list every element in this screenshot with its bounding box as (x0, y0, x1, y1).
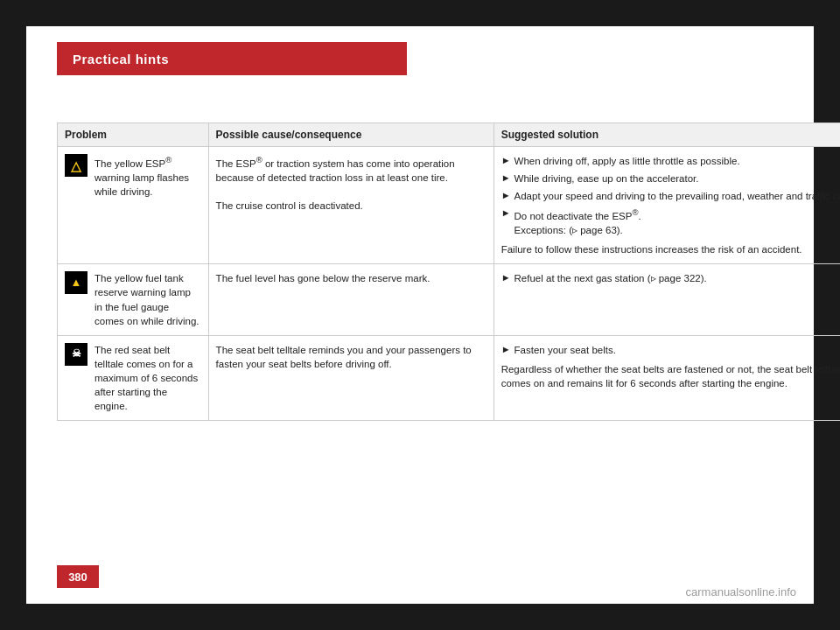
problem-cell: ☠ The red seat belt telltale comes on fo… (58, 335, 209, 420)
main-table: Problem Possible cause/consequence Sugge… (57, 122, 840, 421)
fuel-icon: ▲ (65, 271, 88, 294)
solution-bullet: ► Do not deactivate the ESP®.Exceptions:… (501, 206, 840, 237)
header-banner: Practical hints (57, 42, 407, 75)
bullet-arrow-icon: ► (501, 206, 511, 237)
failure-note: Failure to follow these instructions inc… (501, 242, 840, 256)
solution-cell: ► When driving off, apply as little thro… (494, 147, 840, 264)
problem-text: The red seat belt telltale comes on for … (94, 343, 201, 413)
cause-text-1: The ESP® or traction system has come int… (216, 158, 455, 183)
bullet-arrow-icon: ► (501, 271, 511, 285)
table-row: ☠ The red seat belt telltale comes on fo… (58, 335, 841, 420)
cause-text: The seat belt telltale reminds you and y… (216, 345, 472, 369)
warning-triangle-icon: △ (65, 154, 88, 177)
solution-note: Regardless of whether the seat belts are… (501, 362, 840, 390)
col-header-solution: Suggested solution (494, 123, 840, 147)
bullet-arrow-icon: ► (501, 189, 511, 203)
problem-text: The yellow ESP® warning lamp flashes whi… (94, 154, 201, 199)
col-header-cause: Possible cause/consequence (208, 123, 494, 147)
problem-cell: △ The yellow ESP® warning lamp flashes w… (58, 147, 209, 264)
bullet-text: Adapt your speed and driving to the prev… (514, 189, 840, 203)
page-number: 380 (57, 565, 99, 588)
solution-bullet: ► When driving off, apply as little thro… (501, 154, 840, 168)
bullet-text: Fasten your seat belts. (514, 343, 616, 357)
table-row: △ The yellow ESP® warning lamp flashes w… (58, 147, 841, 264)
bullet-text: When driving off, apply as little thrott… (514, 154, 740, 168)
bullet-arrow-icon: ► (501, 343, 511, 357)
table-row: ▲ The yellow fuel tank reserve warning l… (58, 264, 841, 335)
watermark: carmanualsonline.info (686, 585, 796, 598)
bullet-text: While driving, ease up on the accelerato… (514, 172, 699, 186)
problem-text: The yellow fuel tank reserve warning lam… (94, 271, 201, 327)
cause-cell: The seat belt telltale reminds you and y… (208, 335, 494, 420)
cause-text: The fuel level has gone below the reserv… (216, 273, 430, 284)
page-title: Practical hints (73, 52, 169, 66)
solution-bullet: ► Adapt your speed and driving to the pr… (501, 189, 840, 203)
seatbelt-icon: ☠ (65, 343, 88, 366)
solution-bullet: ► Refuel at the next gas station (▹ page… (501, 271, 840, 285)
col-header-problem: Problem (58, 123, 209, 147)
solution-cell: ► Refuel at the next gas station (▹ page… (494, 264, 840, 335)
problem-cell: ▲ The yellow fuel tank reserve warning l… (58, 264, 209, 335)
cause-cell: The fuel level has gone below the reserv… (208, 264, 494, 335)
solution-cell: ► Fasten your seat belts. Regardless of … (494, 335, 840, 420)
bullet-text: Do not deactivate the ESP®.Exceptions: (… (514, 206, 641, 237)
bullet-arrow-icon: ► (501, 154, 511, 168)
solution-bullet: ► While driving, ease up on the accelera… (501, 172, 840, 186)
solution-bullet: ► Fasten your seat belts. (501, 343, 840, 357)
cause-text-2: The cruise control is deactivated. (216, 200, 363, 211)
bullet-arrow-icon: ► (501, 172, 511, 186)
bullet-text: Refuel at the next gas station (▹ page 3… (514, 271, 707, 285)
cause-cell: The ESP® or traction system has come int… (208, 147, 494, 264)
